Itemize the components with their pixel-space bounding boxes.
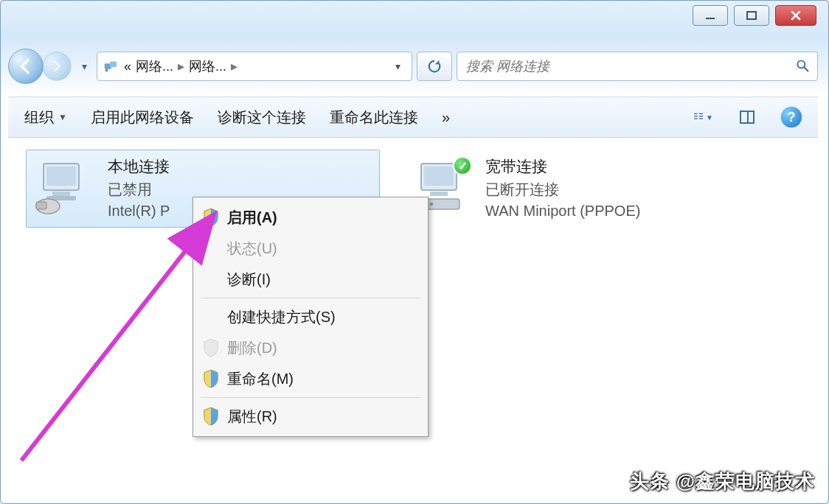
rename-button[interactable]: 重命名此连接	[330, 108, 418, 127]
close-button[interactable]	[775, 5, 816, 26]
ctx-status: 状态(U)	[193, 233, 428, 264]
ctx-diagnose[interactable]: 诊断(I)	[193, 264, 428, 295]
context-menu: 启用(A) 状态(U) 诊断(I) 创建快捷方式(S) 删除(D) 重命名(M)	[192, 197, 429, 437]
breadcrumb-part-2[interactable]: 网络...	[189, 57, 226, 75]
address-bar[interactable]: « 网络... ▸ 网络... ▸ ▾	[97, 52, 412, 81]
location-icon	[102, 57, 119, 75]
view-options-button[interactable]: ▼	[693, 107, 713, 127]
breadcrumb: « 网络... ▸ 网络... ▸	[124, 57, 242, 75]
connection-item-broadband[interactable]: ✓ 宽带连接 已断开连接 WAN Miniport (PPPOE)	[403, 150, 757, 228]
svg-rect-11	[699, 116, 703, 116]
status-ok-icon: ✓	[453, 156, 472, 175]
preview-pane-button[interactable]	[737, 107, 757, 127]
connection-name: 宽带连接	[485, 156, 640, 177]
search-box[interactable]	[457, 52, 818, 81]
connection-device: WAN Miniport (PPPOE)	[485, 203, 640, 220]
connection-status: 已断开连接	[485, 180, 640, 200]
ctx-create-shortcut[interactable]: 创建快捷方式(S)	[193, 301, 428, 332]
chevron-down-icon: ▼	[58, 112, 67, 122]
svg-rect-1	[747, 12, 756, 19]
svg-rect-16	[46, 167, 76, 186]
shield-icon	[201, 337, 221, 358]
svg-rect-7	[694, 113, 698, 114]
shield-icon	[201, 207, 221, 228]
maximize-button[interactable]	[734, 5, 769, 26]
shield-icon	[201, 406, 221, 427]
connection-device: Intel(R) P	[108, 203, 170, 220]
watermark-text: 头条 @鑫荣电脑技术	[630, 469, 815, 494]
address-dropdown[interactable]: ▾	[388, 57, 407, 76]
svg-rect-20	[36, 202, 46, 209]
ctx-enable[interactable]: 启用(A)	[193, 202, 428, 233]
ctx-properties[interactable]: 属性(R)	[193, 401, 428, 432]
breadcrumb-prefix: «	[124, 59, 131, 74]
search-input[interactable]	[465, 58, 795, 75]
chevron-right-icon: ▸	[226, 58, 242, 74]
organize-button[interactable]: 组织 ▼	[24, 108, 67, 127]
back-button[interactable]	[8, 49, 44, 84]
svg-rect-17	[52, 192, 70, 196]
ctx-delete: 删除(D)	[193, 332, 428, 363]
separator	[201, 298, 420, 298]
svg-point-26	[430, 203, 433, 206]
minimize-button[interactable]	[693, 5, 728, 26]
svg-rect-9	[694, 118, 698, 119]
svg-rect-10	[699, 113, 703, 114]
network-adapter-icon	[32, 156, 97, 221]
command-bar: 组织 ▼ 启用此网络设备 诊断这个连接 重命名此连接 » ▼ ?	[8, 97, 818, 138]
separator	[201, 397, 420, 398]
svg-rect-8	[694, 116, 698, 116]
help-button[interactable]: ?	[781, 107, 802, 127]
window-controls	[693, 5, 816, 26]
nav-row: ▾ « 网络... ▸ 网络... ▸ ▾	[8, 46, 818, 86]
search-icon[interactable]	[795, 58, 810, 75]
chevron-right-icon: ▸	[173, 58, 189, 74]
enable-device-button[interactable]: 启用此网络设备	[91, 108, 194, 127]
svg-rect-23	[430, 192, 448, 196]
ctx-rename[interactable]: 重命名(M)	[193, 363, 428, 394]
forward-button[interactable]	[42, 52, 71, 80]
explorer-window: ▾ « 网络... ▸ 网络... ▸ ▾	[0, 0, 829, 504]
organize-label: 组织	[24, 108, 54, 127]
nav-history-dropdown[interactable]: ▾	[77, 60, 91, 73]
svg-point-4	[105, 69, 108, 71]
svg-rect-3	[110, 62, 117, 67]
svg-line-6	[805, 67, 808, 71]
shield-icon	[201, 368, 221, 389]
connection-name: 本地连接	[108, 156, 170, 177]
svg-rect-0	[706, 18, 715, 19]
svg-rect-12	[699, 118, 703, 119]
overflow-button[interactable]: »	[442, 109, 450, 126]
refresh-button[interactable]	[417, 52, 452, 81]
diagnose-button[interactable]: 诊断这个连接	[218, 108, 306, 127]
svg-rect-22	[424, 167, 454, 186]
connection-status: 已禁用	[108, 180, 170, 200]
breadcrumb-part-1[interactable]: 网络...	[136, 57, 173, 75]
